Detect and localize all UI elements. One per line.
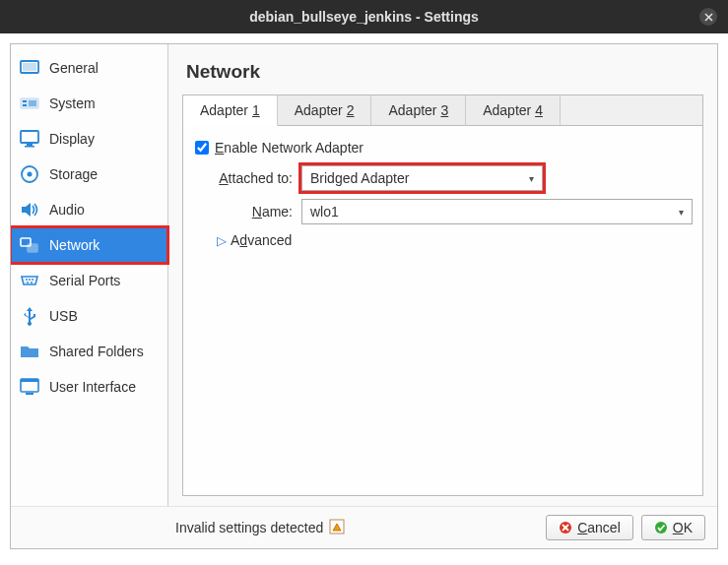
ok-button[interactable]: OK <box>641 515 705 540</box>
sidebar-item-usb[interactable]: USB <box>11 298 167 334</box>
name-label: Name: <box>193 204 301 220</box>
svg-point-18 <box>27 282 29 283</box>
serial-icon <box>19 270 40 291</box>
sidebar-item-system[interactable]: System <box>11 86 167 121</box>
sidebar-item-shared-folders[interactable]: Shared Folders <box>11 334 167 369</box>
svg-point-19 <box>31 282 33 283</box>
name-combo[interactable]: wlo1 ▾ <box>301 199 693 224</box>
footer: Invalid settings detected Cancel OK <box>11 506 717 548</box>
invalid-settings-status: Invalid settings detected <box>175 519 345 537</box>
cancel-icon <box>559 521 572 534</box>
tab-bar: Adapter 1Adapter 2Adapter 3Adapter 4 <box>183 95 702 126</box>
svg-point-12 <box>28 172 33 177</box>
attached-to-value: Bridged Adapter <box>310 170 409 186</box>
advanced-expander[interactable]: ▷ Advanced <box>217 232 693 248</box>
sidebar-item-general[interactable]: General <box>11 50 167 86</box>
svg-point-15 <box>26 279 28 281</box>
attached-to-row: Attached to: Bridged Adapter ▾ <box>193 165 693 191</box>
warning-icon <box>329 519 345 537</box>
sidebar-item-display[interactable]: Display <box>11 121 167 157</box>
name-value: wlo1 <box>310 204 339 220</box>
sidebar-item-label: User Interface <box>49 379 136 395</box>
expander-arrow-icon: ▷ <box>217 233 227 248</box>
svg-rect-8 <box>21 131 38 143</box>
name-row: Name: wlo1 ▾ <box>193 199 693 224</box>
chevron-down-icon: ▾ <box>679 207 684 218</box>
cancel-button[interactable]: Cancel <box>546 515 633 540</box>
sidebar-item-label: Shared Folders <box>49 344 144 359</box>
close-button[interactable] <box>699 8 717 26</box>
system-icon <box>19 93 40 114</box>
attached-to-combo[interactable]: Bridged Adapter ▾ <box>301 165 543 191</box>
content-panel: Network Adapter 1Adapter 2Adapter 3Adapt… <box>168 44 717 506</box>
dialog-body: GeneralSystemDisplayStorageAudioNetworkS… <box>10 43 718 549</box>
sidebar-item-network[interactable]: Network <box>11 227 167 263</box>
svg-rect-7 <box>29 100 36 106</box>
close-icon <box>704 13 713 22</box>
titlebar: debian_bullseye_jenkins - Settings <box>0 0 728 33</box>
usb-icon <box>19 305 40 327</box>
sidebar-item-label: USB <box>49 308 78 324</box>
tab-adapter-4[interactable]: Adapter 4 <box>466 95 561 126</box>
ui-icon <box>19 376 40 398</box>
ok-label: OK <box>673 520 693 535</box>
cancel-label: Cancel <box>577 520 621 535</box>
tab-panel: Adapter 1Adapter 2Adapter 3Adapter 4 Ena… <box>182 94 703 496</box>
tab-adapter-3[interactable]: Adapter 3 <box>371 95 466 126</box>
enable-adapter-label: Enable Network Adapter <box>215 140 364 156</box>
advanced-label: Advanced <box>231 232 292 248</box>
tab-adapter-1[interactable]: Adapter 1 <box>183 95 278 126</box>
attached-to-label: Attached to: <box>193 170 301 186</box>
svg-rect-5 <box>23 100 27 102</box>
storage-icon <box>19 163 40 185</box>
sidebar-item-user-interface[interactable]: User Interface <box>11 369 167 405</box>
sidebar-item-audio[interactable]: Audio <box>11 192 167 227</box>
enable-adapter-checkbox-row[interactable]: Enable Network Adapter <box>193 140 693 156</box>
svg-point-27 <box>655 522 667 534</box>
network-icon <box>19 234 40 256</box>
sidebar-item-label: Storage <box>49 166 98 182</box>
svg-rect-22 <box>26 393 33 395</box>
shared-icon <box>19 341 40 362</box>
window-title: debian_bullseye_jenkins - Settings <box>249 9 479 25</box>
general-icon <box>19 57 40 79</box>
sidebar-item-label: Serial Ports <box>49 273 120 288</box>
svg-point-17 <box>32 279 33 281</box>
sidebar-item-label: General <box>49 60 99 76</box>
page-title: Network <box>182 54 703 94</box>
sidebar-item-label: Network <box>49 237 99 253</box>
svg-rect-14 <box>28 244 37 252</box>
svg-rect-9 <box>27 144 33 146</box>
sidebar-item-label: Audio <box>49 202 85 218</box>
svg-point-16 <box>29 279 31 281</box>
ok-icon <box>654 521 668 534</box>
tab-adapter-2[interactable]: Adapter 2 <box>278 95 372 126</box>
svg-rect-6 <box>23 104 27 106</box>
sidebar-item-serial-ports[interactable]: Serial Ports <box>11 263 167 298</box>
audio-icon <box>19 199 40 220</box>
enable-adapter-checkbox[interactable] <box>195 141 209 155</box>
chevron-down-icon: ▾ <box>529 173 534 184</box>
sidebar-item-storage[interactable]: Storage <box>11 157 167 192</box>
main-content: GeneralSystemDisplayStorageAudioNetworkS… <box>11 44 717 506</box>
sidebar-item-label: System <box>49 95 96 111</box>
svg-rect-21 <box>21 379 38 382</box>
tab-content: Enable Network Adapter Attached to: Brid… <box>183 126 702 495</box>
display-icon <box>19 128 40 150</box>
sidebar: GeneralSystemDisplayStorageAudioNetworkS… <box>11 44 168 506</box>
svg-rect-10 <box>25 146 34 148</box>
svg-rect-3 <box>23 63 36 71</box>
sidebar-item-label: Display <box>49 131 95 147</box>
